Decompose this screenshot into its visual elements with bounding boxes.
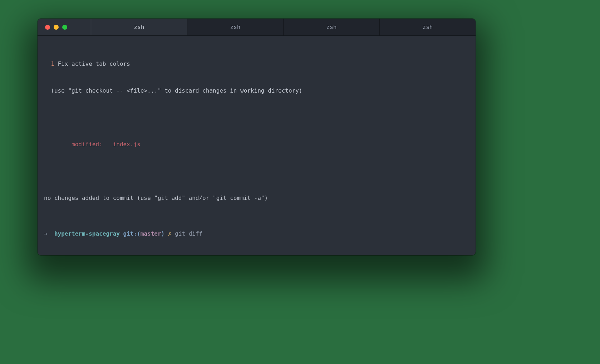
tab-label: zsh [134, 23, 144, 31]
titlebar: zsh zsh zsh zsh [38, 19, 476, 36]
tab-label: zsh [326, 23, 337, 31]
terminal-body[interactable]: 1 Fix active tab colors (use "git checko… [38, 36, 476, 255]
output-line [44, 167, 469, 176]
output-line [44, 113, 469, 122]
output-line: no changes added to commit (use "git add… [44, 193, 469, 202]
commit-message: Fix active tab colors [54, 60, 130, 67]
tab-label: zsh [423, 23, 433, 31]
zoom-icon[interactable] [62, 25, 67, 30]
tab-zsh-4[interactable]: zsh [380, 19, 476, 35]
prompt-arrow-icon: → [44, 230, 48, 237]
tab-zsh-1[interactable]: zsh [91, 19, 187, 35]
tab-zsh-3[interactable]: zsh [284, 19, 380, 35]
terminal-window: zsh zsh zsh zsh 1 Fix active tab colors … [38, 19, 476, 255]
tab-label: zsh [230, 23, 241, 31]
command-text: git diff [175, 230, 202, 237]
output-line: (use "git checkout -- <file>..." to disc… [44, 86, 469, 95]
traffic-lights [38, 19, 91, 35]
prompt-git-label: git: [123, 230, 137, 237]
tab-zsh-2[interactable]: zsh [187, 19, 284, 35]
prompt-dir: hyperterm-spacegray [54, 230, 120, 237]
minimize-icon[interactable] [54, 25, 59, 30]
prompt-line: → hyperterm-spacegray git:(master) ✗ git… [44, 229, 469, 238]
close-icon[interactable] [45, 25, 50, 30]
prompt-branch: master [141, 230, 161, 237]
output-line: 1 Fix active tab colors [44, 59, 469, 68]
modified-line: modified: index.js [44, 140, 469, 149]
prompt-paren: ) [161, 230, 165, 237]
line-number: 1 [44, 60, 54, 67]
tab-bar: zsh zsh zsh zsh [91, 19, 476, 35]
prompt-paren: ( [137, 230, 141, 237]
